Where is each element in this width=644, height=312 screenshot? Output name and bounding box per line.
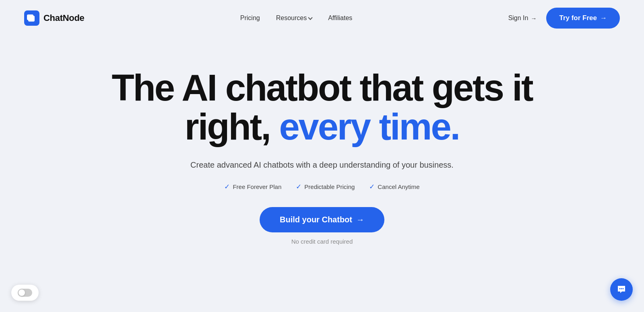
logo[interactable]: ChatNode [24, 10, 85, 26]
feature-badges: ✓ Free Forever Plan ✓ Predictable Pricin… [224, 183, 419, 191]
toggle-thumb [19, 289, 25, 296]
hero-subheading: Create advanced AI chatbots with a deep … [190, 160, 454, 170]
build-chatbot-button[interactable]: Build your Chatbot → [260, 207, 384, 232]
hero-heading: The AI chatbot that gets it right, every… [111, 68, 532, 146]
svg-point-5 [621, 288, 622, 289]
resources-chevron-icon [308, 15, 313, 20]
chatnode-logo-icon [24, 10, 39, 26]
chat-bubble-icon [616, 284, 627, 295]
try-free-arrow-icon: → [600, 14, 607, 22]
arrow-right-icon: → [530, 15, 537, 22]
navbar: ChatNode Pricing Resources Affiliates Si… [0, 0, 644, 36]
build-btn-arrow-icon: → [356, 215, 364, 224]
nav-resources[interactable]: Resources [276, 14, 312, 22]
chat-bubble-button[interactable] [610, 278, 633, 301]
check-icon-predictable-pricing: ✓ [296, 183, 301, 191]
nav-affiliates[interactable]: Affiliates [328, 14, 352, 22]
nav-pricing[interactable]: Pricing [240, 14, 260, 22]
svg-point-6 [623, 288, 624, 289]
logo-text: ChatNode [43, 13, 85, 23]
sign-in-button[interactable]: Sign In → [508, 14, 537, 22]
badge-cancel-anytime: ✓ Cancel Anytime [369, 183, 419, 191]
badge-predictable-pricing: ✓ Predictable Pricing [296, 183, 355, 191]
nav-right: Sign In → Try for Free → [508, 8, 620, 29]
toggle-track [18, 289, 32, 297]
badge-free-plan: ✓ Free Forever Plan [224, 183, 281, 191]
nav-links: Pricing Resources Affiliates [240, 14, 353, 22]
try-free-button[interactable]: Try for Free → [546, 8, 620, 29]
hero-section: The AI chatbot that gets it right, every… [0, 36, 644, 269]
check-icon-free-plan: ✓ [224, 183, 230, 191]
check-icon-cancel-anytime: ✓ [369, 183, 375, 191]
no-credit-note: No credit card required [291, 238, 353, 245]
bottom-toggle[interactable] [11, 285, 39, 301]
svg-point-4 [619, 288, 621, 289]
svg-rect-3 [28, 16, 35, 21]
